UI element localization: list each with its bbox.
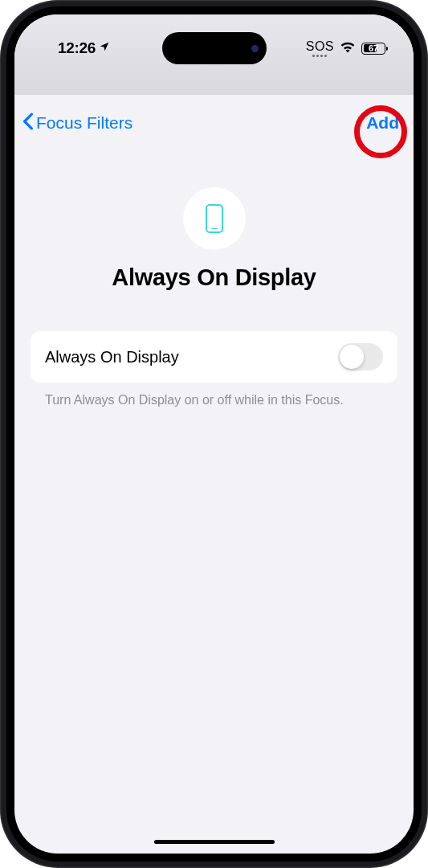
toggle-knob [340, 345, 364, 369]
hero-section: Always On Display [31, 187, 397, 291]
signal-dots [312, 55, 327, 57]
back-label: Focus Filters [36, 113, 132, 133]
status-time: 12:26 [58, 39, 96, 57]
setting-label: Always On Display [45, 348, 179, 366]
battery-indicator: 67 [361, 43, 388, 55]
chevron-left-icon [22, 112, 34, 134]
status-right: SOS 67 [306, 39, 388, 57]
setting-row: Always On Display [31, 331, 397, 383]
navigation-bar: Focus Filters Add [14, 103, 414, 143]
phone-inner-frame: 12:26 SOS [6, 6, 422, 862]
phone-device-frame: 12:26 SOS [0, 0, 428, 868]
wifi-icon [340, 40, 356, 56]
hero-icon-container [183, 187, 246, 250]
status-left: 12:26 [58, 39, 110, 57]
always-on-display-toggle[interactable] [338, 343, 383, 371]
add-button[interactable]: Add [366, 113, 399, 133]
phone-icon [206, 204, 223, 233]
status-bar: 12:26 SOS [14, 32, 414, 64]
sos-indicator: SOS [306, 39, 334, 57]
add-label: Add [366, 113, 399, 132]
setting-description: Turn Always On Display on or off while i… [31, 392, 397, 409]
back-button[interactable]: Focus Filters [22, 112, 132, 134]
content-area: Always On Display Always On Display Turn… [14, 175, 414, 854]
page-title: Always On Display [112, 264, 316, 291]
home-indicator[interactable] [154, 840, 275, 844]
location-icon [99, 41, 110, 55]
status-bar-background: 12:26 SOS [14, 14, 414, 95]
screen: 12:26 SOS [14, 14, 414, 854]
